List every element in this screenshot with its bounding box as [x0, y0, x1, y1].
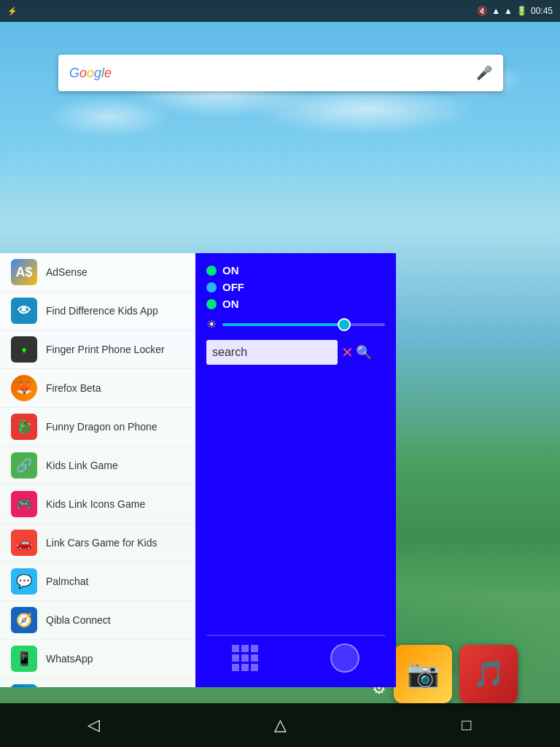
- search-go-button[interactable]: 🔍: [356, 344, 372, 360]
- mic-icon[interactable]: 🎤: [476, 65, 492, 81]
- palmchat-icon: 💬: [11, 568, 37, 595]
- qibla-label: Qibla Connect: [46, 614, 111, 626]
- circle-icon[interactable]: [330, 643, 359, 673]
- grid-icon[interactable]: [232, 645, 258, 671]
- kids-icons-icon: 🎮: [11, 491, 37, 517]
- find-diff-label: Find Difference Kids App: [46, 305, 158, 317]
- app-item-funny-dragon[interactable]: 🐉 Funny Dragon on Phone: [0, 408, 195, 446]
- usb-icon: ⚡: [7, 7, 18, 16]
- firefox-icon: 🦊: [11, 375, 37, 401]
- brightness-slider-track[interactable]: [222, 323, 385, 326]
- funny-dragon-icon: 🐉: [11, 414, 37, 440]
- whatsapp-icon: 📱: [11, 646, 37, 672]
- whatsapp-label: WhatsApp: [46, 653, 93, 665]
- recents-button[interactable]: □: [448, 711, 485, 740]
- brightness-slider-fill: [222, 323, 344, 326]
- blue-search-input[interactable]: [206, 340, 338, 365]
- status-bar: ⚡ 🔇 ▲ ▲ 🔋 00:45: [0, 0, 560, 22]
- vinyl-icon: 🎵: [472, 659, 505, 689]
- link-cars-icon: 🚗: [11, 530, 37, 556]
- blue-panel: ON OFF ON ☀ ✕ 🔍: [195, 253, 396, 687]
- app-item-fingerprint[interactable]: ♦ Finger Print Phone Locker: [0, 330, 195, 369]
- time-display: 00:45: [531, 6, 553, 16]
- google-logo: Google: [69, 66, 112, 81]
- toggle-row-2[interactable]: OFF: [206, 281, 385, 293]
- nav-bar: ◁ △ □: [0, 703, 560, 747]
- funny-dragon-label: Funny Dragon on Phone: [46, 421, 158, 433]
- mute-icon: 🔇: [477, 6, 488, 16]
- fingerprint-label: Finger Print Phone Locker: [46, 344, 165, 355]
- google-search-bar[interactable]: Google 🎤: [58, 55, 503, 91]
- qibla-icon: 🧭: [11, 607, 37, 633]
- kids-icons-label: Kids Link Icons Game: [46, 498, 145, 510]
- camera-icon: 📷: [407, 659, 440, 689]
- toggle-label-1: ON: [222, 264, 239, 276]
- app-item-kids-link[interactable]: 🔗 Kids Link Game: [0, 446, 195, 485]
- brightness-icon: ☀: [206, 317, 217, 331]
- toggle-dot-2: [206, 282, 217, 293]
- fingerprint-icon: ♦: [11, 336, 37, 363]
- blue-panel-divider: [206, 635, 385, 636]
- signal-icon: ▲: [504, 6, 513, 16]
- brightness-area[interactable]: ☀: [206, 317, 385, 331]
- adsense-icon: A$: [11, 259, 37, 285]
- home-button[interactable]: △: [262, 711, 298, 740]
- find-diff-icon: 👁: [11, 298, 37, 324]
- app-item-kids-icons[interactable]: 🎮 Kids Link Icons Game: [0, 485, 195, 524]
- status-right: 🔇 ▲ ▲ 🔋 00:45: [477, 6, 553, 16]
- app-item-winxp[interactable]: 🪟 Windows XP Launcher: [0, 678, 195, 687]
- link-cars-label: Link Cars Game for Kids: [46, 537, 158, 549]
- toggle-label-2: OFF: [222, 281, 244, 293]
- bottom-dock: 📷 🎵: [394, 645, 518, 703]
- status-left: ⚡: [7, 7, 18, 16]
- toggle-row-1[interactable]: ON: [206, 264, 385, 276]
- back-button[interactable]: ◁: [75, 711, 112, 740]
- winxp-icon: 🪟: [11, 684, 37, 687]
- app-item-find-difference[interactable]: 👁 Find Difference Kids App: [0, 292, 195, 330]
- toggle-dot-3: [206, 299, 217, 309]
- kids-link-label: Kids Link Game: [46, 460, 118, 471]
- blue-search-container[interactable]: ✕ 🔍: [206, 340, 385, 365]
- app-item-palmchat[interactable]: 💬 Palmchat: [0, 562, 195, 601]
- app-item-link-cars[interactable]: 🚗 Link Cars Game for Kids: [0, 524, 195, 562]
- app-item-qibla[interactable]: 🧭 Qibla Connect: [0, 601, 195, 640]
- app-drawer: A$ AdSense 👁 Find Difference Kids App ♦ …: [0, 253, 195, 687]
- adsense-label: AdSense: [46, 266, 88, 278]
- kids-link-icon: 🔗: [11, 452, 37, 479]
- vinyl-app[interactable]: 🎵: [459, 645, 518, 703]
- battery-icon: 🔋: [516, 6, 527, 16]
- toggle-dot-1: [206, 266, 217, 276]
- app-item-whatsapp[interactable]: 📱 WhatsApp: [0, 640, 195, 678]
- camera-app[interactable]: 📷: [394, 645, 452, 703]
- app-item-adsense[interactable]: A$ AdSense: [0, 253, 195, 292]
- wifi-icon: ▲: [491, 6, 500, 16]
- firefox-label: Firefox Beta: [46, 382, 101, 394]
- toggle-label-3: ON: [222, 298, 239, 310]
- blue-panel-bottom: [195, 643, 396, 673]
- palmchat-label: Palmchat: [46, 576, 88, 587]
- toggle-row-3[interactable]: ON: [206, 298, 385, 310]
- brightness-slider-thumb[interactable]: [338, 318, 351, 331]
- app-item-firefox[interactable]: 🦊 Firefox Beta: [0, 369, 195, 408]
- search-clear-button[interactable]: ✕: [341, 344, 354, 361]
